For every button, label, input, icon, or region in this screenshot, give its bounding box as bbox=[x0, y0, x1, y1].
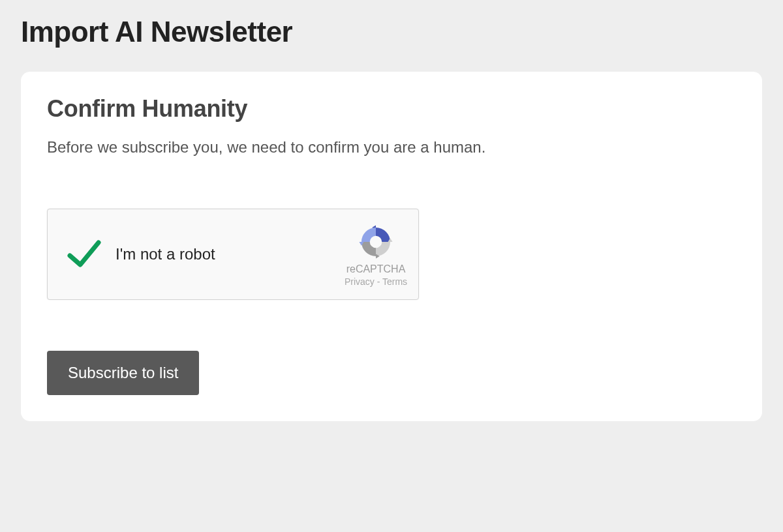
recaptcha-logo-icon bbox=[357, 223, 395, 261]
recaptcha-privacy-link[interactable]: Privacy bbox=[345, 276, 375, 287]
recaptcha-checkbox-area[interactable]: I'm not a robot bbox=[48, 209, 333, 299]
card-description: Before we subscribe you, we need to conf… bbox=[47, 138, 736, 156]
page-title: Import AI Newsletter bbox=[21, 16, 762, 48]
recaptcha-brand-text: reCAPTCHA bbox=[346, 263, 406, 275]
recaptcha-label: I'm not a robot bbox=[115, 245, 215, 263]
recaptcha-terms-link[interactable]: Terms bbox=[382, 276, 407, 287]
card-heading: Confirm Humanity bbox=[47, 95, 736, 123]
confirm-humanity-card: Confirm Humanity Before we subscribe you… bbox=[21, 72, 762, 421]
subscribe-button[interactable]: Subscribe to list bbox=[47, 351, 199, 395]
recaptcha-link-separator: - bbox=[375, 276, 382, 287]
recaptcha-branding: reCAPTCHA Privacy - Terms bbox=[333, 209, 418, 299]
checkmark-icon bbox=[63, 233, 105, 275]
recaptcha-links: Privacy - Terms bbox=[345, 276, 407, 287]
recaptcha-widget[interactable]: I'm not a robot bbox=[47, 209, 419, 300]
